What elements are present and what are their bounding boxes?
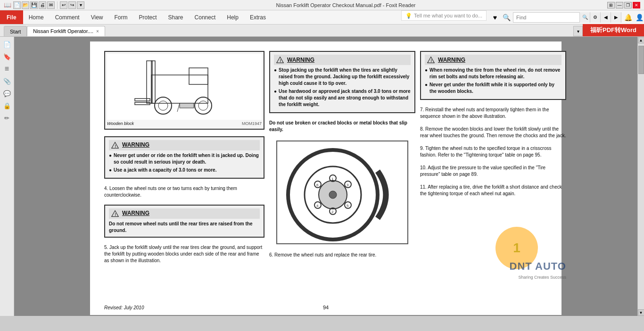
sidebar-attachments-icon[interactable]: 📎	[1, 75, 13, 87]
step-11-text: 11. After replacing a tire, drive the fo…	[420, 184, 566, 197]
svg-line-11	[177, 103, 180, 112]
svg-text:!: !	[115, 212, 116, 216]
tab-dropdown[interactable]: ▾	[573, 26, 583, 36]
warning-1-title: WARNING	[122, 141, 149, 149]
step-4-text: 4. Loosen the wheel nuts one or two turn…	[104, 185, 264, 199]
tell-me-text: Tell me what you want to do...	[414, 13, 482, 18]
bell-icon[interactable]: 🔔	[623, 13, 633, 22]
svg-text:6: 6	[316, 183, 319, 187]
warning-2-text: Do not remove wheel nuts until the rear …	[109, 221, 260, 234]
open-btn[interactable]: 📂	[22, 1, 29, 9]
window-title: Nissan Forklift Operator Checkout Manual…	[84, 2, 607, 8]
sidebar-lock-icon[interactable]: 🔒	[1, 100, 13, 111]
redo-btn[interactable]: ↪	[68, 1, 76, 9]
undo-btn[interactable]: ↩	[60, 1, 67, 9]
menu-connect[interactable]: Connect	[189, 10, 222, 24]
save-btn[interactable]: 💾	[30, 1, 38, 9]
sidebar-pages-icon[interactable]: 📄	[1, 39, 13, 50]
window-controls: ⊞ — ❐ ✕	[607, 2, 640, 8]
warning-box-4: ! WARNING ● When removing the tire from …	[420, 51, 566, 100]
new-btn[interactable]: 📄	[13, 1, 21, 9]
svg-text:2: 2	[331, 210, 334, 214]
user-icon[interactable]: 👤	[635, 13, 644, 22]
warning-4-bullet-1: ● When removing the tire from the wheel …	[425, 67, 561, 80]
close-btn[interactable]: ✕	[633, 2, 640, 8]
sidebar-comments-icon[interactable]: 💬	[1, 88, 13, 99]
svg-text:4: 4	[316, 204, 319, 208]
svg-point-9	[158, 101, 168, 110]
scroll-track[interactable]	[638, 43, 644, 309]
forklift-svg	[132, 56, 236, 117]
warning-3-bullet-2: ● Use hardwood or approved jack stands o…	[274, 88, 411, 108]
search-settings-btn[interactable]: ⚙	[590, 12, 600, 23]
warning-3-text-1: Stop jacking up the forklift when the ti…	[279, 67, 411, 87]
revised-text: Revised: July 2010	[104, 305, 144, 311]
menu-file[interactable]: File	[0, 10, 23, 24]
tell-me-box[interactable]: 💡 Tell me what you want to do...	[401, 10, 487, 21]
svg-point-7	[198, 101, 208, 110]
sidebar-sign-icon[interactable]: ✏	[1, 112, 13, 124]
title-bar: 📖 📄 📂 💾 🖨 ✉ ↩ ↪ ▾ Nissan Forklift Operat…	[0, 0, 644, 10]
warning-header-3: ! WARNING	[274, 55, 411, 65]
svg-text:!: !	[115, 143, 116, 148]
svg-rect-0	[151, 75, 208, 103]
page-number: 94	[323, 304, 329, 311]
dnt-brand: DNT AUTO	[510, 260, 566, 272]
search-icon[interactable]: 🔍	[502, 13, 511, 22]
warning-3-text-2: Use hardwood or approved jack stands of …	[279, 88, 411, 108]
wheel-image: 1 3 5 2 4 6	[276, 141, 408, 244]
warning-box-2: ! WARNING Do not remove wheel nuts until…	[104, 205, 264, 238]
tab-doc-label: Nissan Forklift Operator....	[33, 28, 93, 34]
main-layout: 📄 🔖 ≡ 📎 💬 🔒 ✏	[0, 37, 644, 316]
warning-triangle-3: !	[276, 56, 284, 64]
menu-extras[interactable]: Extras	[244, 10, 272, 24]
menu-view[interactable]: View	[85, 10, 109, 24]
warning-4-text-1: When removing the tire from the wheel ri…	[429, 67, 561, 80]
step-9: 9. Tighten the wheel nuts to the specifi…	[420, 145, 566, 158]
menu-help[interactable]: Help	[221, 10, 244, 24]
scroll-thumb[interactable]	[638, 46, 644, 74]
warning-header-4: ! WARNING	[425, 55, 561, 65]
search-prev-btn[interactable]: ◀	[600, 12, 611, 23]
sidebar-bookmark-icon[interactable]: 🔖	[1, 51, 13, 62]
svg-rect-3	[151, 61, 155, 103]
tab-close-btn[interactable]: ×	[96, 29, 99, 34]
warning-box-1: ! WARNING ● Never get under or ride on t…	[104, 136, 264, 179]
foxit-banner[interactable]: 福昕PDF转Word	[583, 24, 644, 36]
tile-btn[interactable]: ⊞	[607, 2, 615, 8]
heart-icon[interactable]: ♥	[490, 13, 500, 22]
search-next-btn[interactable]: ▶	[611, 12, 621, 23]
search-box[interactable]: 🔍 ⚙ ◀ ▶	[513, 12, 621, 23]
watermark-area: 1 DNT AUTO Sharing Creates Success	[420, 217, 566, 274]
search-button[interactable]: 🔍	[579, 12, 590, 23]
minimize-btn[interactable]: —	[616, 2, 623, 8]
step-8: 8. Remove the wooden blocks and lower th…	[420, 126, 566, 139]
warning-triangle-1: !	[111, 141, 119, 149]
sidebar-layers-icon[interactable]: ≡	[1, 63, 13, 74]
col3: ! WARNING ● When removing the tire from …	[420, 51, 566, 306]
search-input[interactable]	[513, 13, 579, 22]
menu-protect[interactable]: Protect	[133, 10, 163, 24]
menu-share[interactable]: Share	[163, 10, 189, 24]
warning-4-text-2: Never get under the forklift while it is…	[429, 82, 561, 95]
warning-triangle-2: !	[111, 209, 119, 218]
scroll-down-btn[interactable]: ▼	[638, 309, 644, 316]
tab-start[interactable]: Start	[4, 26, 27, 36]
scroll-up-btn[interactable]: ▲	[638, 37, 644, 43]
warning-1-bullet-1: ● Never get under or ride on the forklif…	[109, 152, 260, 166]
print-btn[interactable]: 🖨	[39, 1, 46, 9]
tab-document[interactable]: Nissan Forklift Operator.... ×	[27, 26, 105, 36]
menu-comment[interactable]: Comment	[50, 10, 85, 24]
svg-text:5: 5	[347, 204, 349, 208]
step-11: 11. After replacing a tire, drive the fo…	[420, 184, 566, 197]
menu-form[interactable]: Form	[109, 10, 133, 24]
forklift-image-box: Wooden block MOM1947	[104, 51, 264, 130]
lightbulb-icon: 💡	[405, 13, 412, 19]
customize-btn[interactable]: ▾	[77, 1, 84, 9]
step-10-text: 10. Adjust the tire pressure to the valu…	[420, 165, 566, 178]
email-btn[interactable]: ✉	[47, 1, 55, 9]
restore-btn[interactable]: ❐	[624, 2, 632, 8]
step-5: 5. Jack up the forklift slowly until the…	[104, 244, 264, 264]
menu-home[interactable]: Home	[23, 10, 50, 24]
warning-3-title: WARNING	[287, 56, 314, 64]
